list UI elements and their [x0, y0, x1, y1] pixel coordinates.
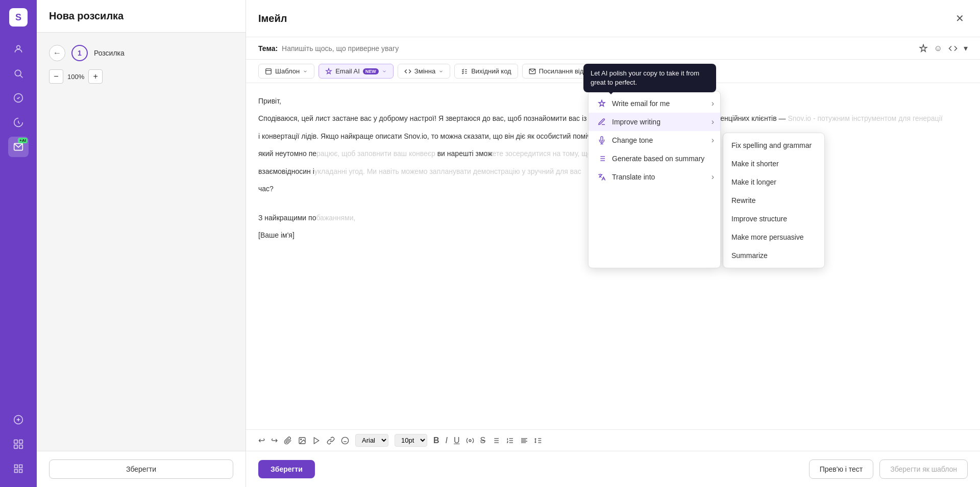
- video-button[interactable]: [312, 437, 321, 445]
- app-logo[interactable]: S: [9, 8, 28, 27]
- sidebar-item-revenue[interactable]: [8, 409, 29, 430]
- bullet-list-button[interactable]: [492, 437, 500, 445]
- svg-point-29: [341, 437, 348, 444]
- write-email-icon: [597, 99, 607, 108]
- translate-menu-item[interactable]: Translate into: [589, 168, 720, 186]
- sidebar-item-search[interactable]: [8, 63, 29, 84]
- fix-spelling-item[interactable]: Fix spelling and grammar: [723, 136, 824, 155]
- zoom-decrease-button[interactable]: −: [49, 69, 63, 84]
- fix-spelling-label: Fix spelling and grammar: [731, 141, 812, 149]
- zoom-increase-button[interactable]: +: [88, 69, 103, 84]
- variable-button[interactable]: Змінна: [398, 64, 450, 79]
- undo-button[interactable]: ↩: [258, 435, 265, 445]
- left-panel-title: Нова розсилка: [49, 10, 233, 22]
- back-button[interactable]: ←: [49, 45, 65, 61]
- sidebar-item-sequences[interactable]: [8, 112, 29, 133]
- ai-menu: Write email for me Let AI polish your co…: [588, 91, 721, 268]
- improve-writing-label: Improve writing: [612, 118, 660, 126]
- make-shorter-item[interactable]: Make it shorter: [723, 155, 824, 173]
- subject-expand-icon[interactable]: ▾: [964, 43, 968, 53]
- font-size-select[interactable]: 10pt: [395, 434, 427, 447]
- footer-preview-button[interactable]: Прев'ю і тест: [809, 459, 874, 479]
- make-longer-item[interactable]: Make it longer: [723, 173, 824, 191]
- unsubscribe-button[interactable]: Посилання відписки: [522, 64, 607, 79]
- svg-rect-14: [15, 470, 18, 473]
- make-shorter-label: Make it shorter: [731, 160, 779, 168]
- underline-button[interactable]: U: [454, 436, 460, 445]
- left-panel-header: Нова розсилка: [37, 0, 246, 33]
- template-button[interactable]: Шаблон: [258, 64, 314, 79]
- number-list-button[interactable]: [506, 437, 514, 445]
- generate-summary-menu-item[interactable]: Generate based on summary: [589, 149, 720, 168]
- redo-button[interactable]: ↪: [271, 435, 278, 445]
- email-ai-label: Email AI: [335, 67, 360, 75]
- sidebar-item-email[interactable]: +AI: [8, 137, 29, 157]
- subject-input[interactable]: [282, 44, 915, 53]
- generate-summary-label: Generate based on summary: [612, 155, 704, 163]
- improve-structure-label: Improve structure: [731, 215, 787, 223]
- italic-button[interactable]: I: [446, 436, 448, 445]
- left-panel-body: ← 1 Розсилка − 100% +: [37, 33, 246, 451]
- summarize-item[interactable]: Summarize: [723, 246, 824, 265]
- svg-point-27: [301, 439, 302, 440]
- main-area: Імейл ✕ Тема: ☺ ▾ Шаблон: [246, 0, 980, 487]
- emoji-button[interactable]: [341, 437, 349, 445]
- ai-badge: +AI: [18, 138, 28, 143]
- svg-rect-10: [14, 445, 18, 449]
- translate-icon: [597, 173, 607, 181]
- sidebar-item-tasks[interactable]: [8, 88, 29, 108]
- footer-save-button[interactable]: Зберегти: [258, 460, 315, 478]
- make-persuasive-item[interactable]: Make more persuasive: [723, 228, 824, 246]
- subject-bar: Тема: ☺ ▾: [246, 37, 980, 60]
- rewrite-item[interactable]: Rewrite: [723, 191, 824, 210]
- sidebar-item-apps[interactable]: [8, 458, 29, 479]
- font-select[interactable]: Arial: [355, 434, 388, 447]
- source-label: Вихідний код: [471, 67, 511, 75]
- calendly-button[interactable]: Посилання Calendly: [611, 64, 697, 79]
- sidebar-item-integrations[interactable]: [8, 434, 29, 454]
- write-email-menu-item[interactable]: Write email for me Let AI polish your co…: [589, 94, 720, 113]
- strikethrough-button[interactable]: S: [480, 436, 486, 445]
- change-tone-icon: [597, 136, 607, 144]
- svg-rect-8: [14, 440, 18, 444]
- bold-button[interactable]: B: [433, 436, 439, 445]
- rewrite-label: Rewrite: [731, 196, 755, 204]
- attach-button[interactable]: [284, 437, 292, 445]
- summarize-label: Summarize: [731, 251, 768, 260]
- improve-writing-menu-item[interactable]: Improve writing: [589, 113, 720, 131]
- left-save-button[interactable]: Зберегти: [49, 459, 233, 479]
- editor-toolbar: Шаблон Email AI NEW Змінна Вихідний код: [246, 60, 980, 83]
- write-email-label: Write email for me: [612, 99, 670, 108]
- zoom-controls: − 100% +: [49, 69, 233, 84]
- sidebar-item-contacts[interactable]: [8, 39, 29, 59]
- subject-label: Тема:: [258, 44, 278, 53]
- template-label: Шаблон: [275, 67, 300, 75]
- link-button[interactable]: [327, 437, 335, 445]
- calendly-label: Посилання Calendly: [628, 67, 690, 75]
- improve-structure-item[interactable]: Improve structure: [723, 210, 824, 228]
- improve-writing-icon: [597, 118, 607, 126]
- email-ai-button[interactable]: Email AI NEW: [318, 64, 394, 79]
- subject-emoji-icon[interactable]: ☺: [934, 44, 942, 53]
- custom-format-button[interactable]: [466, 437, 474, 445]
- align-button[interactable]: [520, 437, 528, 445]
- source-button[interactable]: Вихідний код: [454, 64, 518, 79]
- svg-rect-12: [15, 465, 18, 468]
- image-button[interactable]: [298, 437, 306, 445]
- change-tone-menu-item[interactable]: Change tone: [589, 131, 720, 149]
- line-spacing-button[interactable]: [534, 437, 543, 445]
- unsubscribe-label: Посилання відписки: [539, 67, 601, 75]
- step-indicator: ← 1 Розсилка: [49, 45, 233, 61]
- footer-right: Прев'ю і тест Зберегти як шаблон: [809, 459, 968, 479]
- footer-template-button[interactable]: Зберегти як шаблон: [879, 459, 968, 479]
- step-label: Розсилка: [94, 49, 125, 57]
- subject-ai-icon[interactable]: [919, 44, 928, 53]
- zoom-value: 100%: [67, 73, 84, 81]
- left-panel-footer: Зберегти: [37, 451, 246, 487]
- change-tone-label: Change tone: [612, 136, 653, 144]
- ai-submenu: Fix spelling and grammar Make it shorter…: [723, 133, 825, 268]
- svg-line-2: [20, 75, 23, 78]
- svg-rect-13: [19, 465, 22, 468]
- modal-close-button[interactable]: ✕: [951, 10, 968, 27]
- subject-code-icon[interactable]: [948, 44, 958, 53]
